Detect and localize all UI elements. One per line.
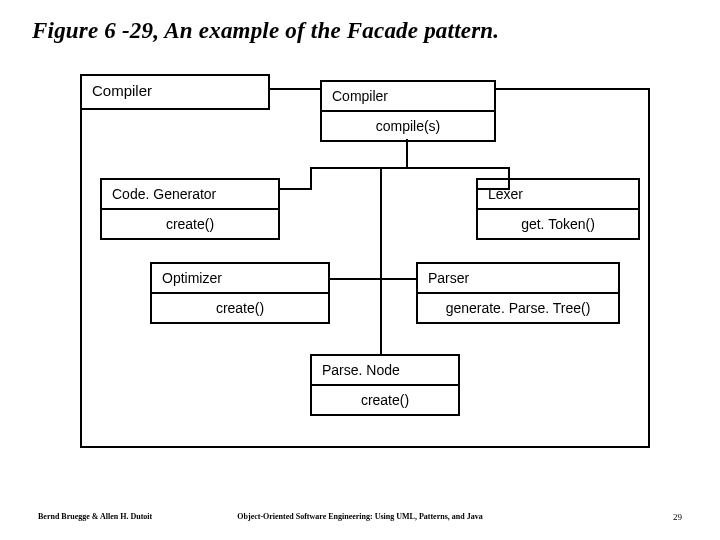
class-lexer-op: get. Token() bbox=[478, 210, 638, 238]
connector-compiler-stem bbox=[406, 139, 408, 169]
figure-title: Figure 6 -29, An example of the Facade p… bbox=[32, 18, 499, 44]
class-parsenode-name: Parse. Node bbox=[312, 356, 458, 386]
class-codegen-name: Code. Generator bbox=[102, 180, 278, 210]
class-parser-name: Parser bbox=[418, 264, 618, 294]
class-codegen-op: create() bbox=[102, 210, 278, 238]
connector-to-codegen-h bbox=[280, 188, 312, 190]
class-optimizer-op: create() bbox=[152, 294, 328, 322]
class-optimizer-name: Optimizer bbox=[152, 264, 328, 294]
footer-pagenum: 29 bbox=[673, 512, 682, 522]
connector-to-lexer-h bbox=[476, 188, 510, 190]
footer-booktitle: Object-Oriented Software Engineering: Us… bbox=[0, 512, 720, 521]
connector-to-lexer-v bbox=[508, 167, 510, 190]
slide: Figure 6 -29, An example of the Facade p… bbox=[0, 0, 720, 540]
connector-to-codegen-v bbox=[310, 167, 312, 190]
class-optimizer: Optimizer create() bbox=[150, 262, 330, 324]
class-compiler-name: Compiler bbox=[322, 82, 494, 112]
class-lexer-name: Lexer bbox=[478, 180, 638, 210]
class-compiler: Compiler compile(s) bbox=[320, 80, 496, 142]
connector-to-parser bbox=[380, 278, 418, 280]
class-parsenode-op: create() bbox=[312, 386, 458, 414]
class-parser: Parser generate. Parse. Tree() bbox=[416, 262, 620, 324]
connector-bus bbox=[310, 167, 510, 169]
connector-to-optimizer bbox=[330, 278, 382, 280]
class-parsenode: Parse. Node create() bbox=[310, 354, 460, 416]
class-compiler-op: compile(s) bbox=[322, 112, 494, 140]
class-parser-op: generate. Parse. Tree() bbox=[418, 294, 618, 322]
package-tab: Compiler bbox=[80, 74, 270, 110]
connector-central bbox=[380, 167, 382, 356]
class-codegen: Code. Generator create() bbox=[100, 178, 280, 240]
